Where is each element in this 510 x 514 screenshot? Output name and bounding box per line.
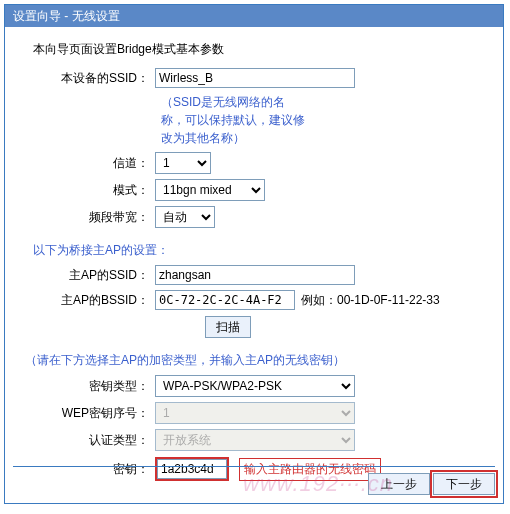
main-ssid-input[interactable]	[155, 265, 355, 285]
footer-bar: 上一步 下一步	[13, 466, 495, 495]
mode-label: 模式：	[25, 182, 155, 199]
device-ssid-label: 本设备的SSID：	[25, 70, 155, 87]
device-ssid-input[interactable]	[155, 68, 355, 88]
key-type-label: 密钥类型：	[25, 378, 155, 395]
ssid-hint: （SSID是无线网络的名称，可以保持默认，建议修改为其他名称）	[25, 93, 305, 147]
mode-select[interactable]: 11bgn mixed	[155, 179, 265, 201]
auth-type-label: 认证类型：	[25, 432, 155, 449]
bssid-example: 例如：00-1D-0F-11-22-33	[301, 292, 440, 309]
window-title: 设置向导 - 无线设置	[5, 5, 503, 27]
main-bssid-input[interactable]	[155, 290, 295, 310]
next-button[interactable]: 下一步	[433, 473, 495, 495]
prev-button[interactable]: 上一步	[368, 473, 430, 495]
bandwidth-select[interactable]: 自动	[155, 206, 215, 228]
wep-index-select: 1	[155, 402, 355, 424]
main-bssid-label: 主AP的BSSID：	[25, 292, 155, 309]
encrypt-section-title: （请在下方选择主AP的加密类型，并输入主AP的无线密钥）	[25, 352, 483, 369]
auth-type-select: 开放系统	[155, 429, 355, 451]
scan-button[interactable]: 扫描	[205, 316, 251, 338]
wep-index-label: WEP密钥序号：	[25, 405, 155, 422]
channel-select[interactable]: 1	[155, 152, 211, 174]
wizard-panel: 设置向导 - 无线设置 本向导页面设置Bridge模式基本参数 本设备的SSID…	[4, 4, 504, 504]
channel-label: 信道：	[25, 155, 155, 172]
bandwidth-label: 频段带宽：	[25, 209, 155, 226]
key-type-select[interactable]: WPA-PSK/WPA2-PSK	[155, 375, 355, 397]
intro-text: 本向导页面设置Bridge模式基本参数	[25, 41, 483, 58]
bridge-section-title: 以下为桥接主AP的设置：	[33, 242, 483, 259]
main-ssid-label: 主AP的SSID：	[25, 267, 155, 284]
